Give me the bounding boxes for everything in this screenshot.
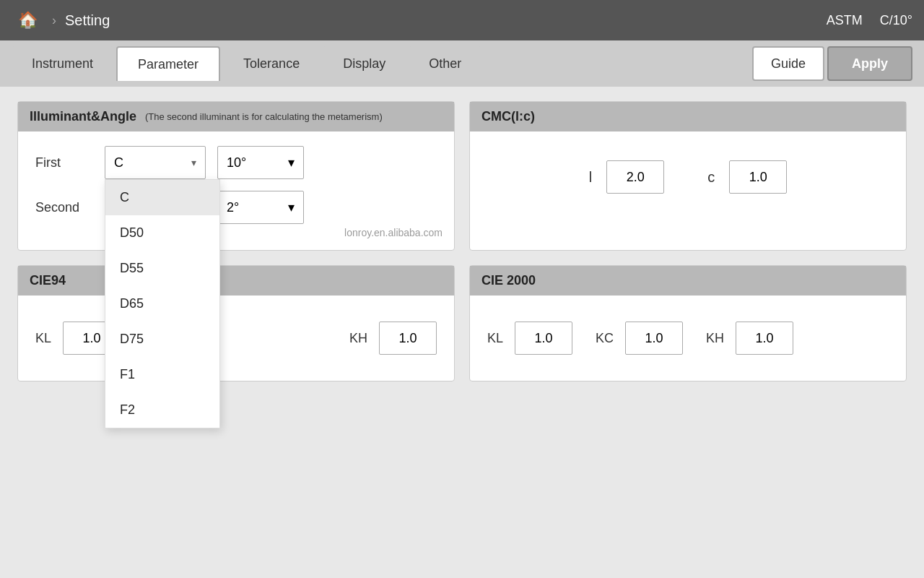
illuminant-title: Illuminant&Angle (30, 109, 136, 124)
chevron-down-icon-2: ▾ (288, 155, 295, 171)
second-angle-value: 2° (227, 200, 239, 215)
second-label: Second (35, 200, 93, 215)
dropdown-item-d65[interactable]: D65 (105, 286, 219, 322)
cmc-panel-body: l c (470, 131, 906, 223)
astm-label: ASTM (827, 13, 863, 28)
second-angle-wrapper: 2° ▾ (217, 191, 304, 224)
cie94-kh-input[interactable] (379, 322, 437, 355)
cmc-c-label: c (707, 169, 715, 186)
dropdown-item-d50[interactable]: D50 (105, 215, 219, 251)
illuminant-note: (The second illuminant is for calculatin… (145, 111, 383, 122)
cie2000-kh-label: KH (706, 331, 724, 346)
header: 🏠 › Setting ASTM C/10° (0, 0, 924, 40)
cie94-panel-header: CIE94 (18, 266, 454, 296)
home-icon: 🏠 (18, 11, 38, 30)
chevron-down-icon-3: ▾ (288, 199, 295, 215)
illuminant-panel-body: First C ▾ C D50 D55 D65 D75 F1 (18, 131, 454, 250)
cie2000-kh-input[interactable] (736, 322, 793, 355)
second-row: Second — ▾ 2° ▾ (35, 191, 437, 224)
illuminant-dropdown-menu: C D50 D55 D65 D75 F1 F2 (105, 179, 220, 428)
cie94-panel-body: KL KH (18, 296, 454, 381)
dropdown-item-d75[interactable]: D75 (105, 322, 219, 357)
tab-instrument[interactable]: Instrument (12, 46, 113, 81)
home-button[interactable]: 🏠 (12, 4, 43, 36)
cie2000-panel-header: CIE 2000 (470, 266, 906, 296)
cie2000-kl-label: KL (487, 331, 503, 346)
cmc-panel: CMC(l:c) l c (469, 101, 907, 251)
cie2000-kc-label: KC (596, 331, 614, 346)
illuminant-select-wrapper: C ▾ C D50 D55 D65 D75 F1 F2 (105, 146, 206, 179)
cie2000-panel: CIE 2000 KL KC KH (469, 265, 907, 381)
header-right: ASTM C/10° (827, 13, 912, 28)
second-angle-select[interactable]: 2° ▾ (217, 191, 304, 224)
apply-button[interactable]: Apply (827, 46, 912, 81)
cmc-row: l c (487, 146, 889, 208)
cie2000-title: CIE 2000 (481, 273, 536, 288)
tab-other[interactable]: Other (409, 46, 481, 81)
page-title: Setting (65, 12, 821, 29)
cie2000-kl-input[interactable] (515, 322, 572, 355)
cie94-panel: CIE94 KL KH (17, 265, 455, 381)
tab-display[interactable]: Display (323, 46, 406, 81)
mode-label: C/10° (880, 13, 912, 28)
first-row: First C ▾ C D50 D55 D65 D75 F1 (35, 146, 437, 179)
illuminant-panel: Illuminant&Angle (The second illuminant … (17, 101, 455, 251)
dropdown-item-f2[interactable]: F2 (105, 392, 219, 428)
cie94-kl-label: KL (35, 331, 51, 346)
cmc-c-input[interactable] (729, 160, 787, 194)
dropdown-item-d55[interactable]: D55 (105, 251, 219, 286)
first-angle-select[interactable]: 10° ▾ (217, 146, 304, 179)
illuminant-select[interactable]: C ▾ (105, 146, 206, 179)
first-angle-wrapper: 10° ▾ (217, 146, 304, 179)
cie2000-kc-input[interactable] (625, 322, 683, 355)
dropdown-item-c[interactable]: C (105, 180, 219, 215)
guide-button[interactable]: Guide (752, 46, 824, 81)
cie94-row: KL KH (35, 310, 437, 366)
cmc-l-label: l (589, 169, 592, 186)
cie94-title: CIE94 (30, 273, 66, 288)
tab-parameter[interactable]: Parameter (116, 46, 220, 81)
chevron-down-icon: ▾ (191, 157, 196, 168)
cmc-title: CMC(l:c) (481, 109, 535, 124)
cie2000-panel-body: KL KC KH (470, 296, 906, 381)
cmc-panel-header: CMC(l:c) (470, 102, 906, 131)
first-angle-value: 10° (227, 155, 246, 171)
illuminant-value: C (114, 155, 123, 171)
main-content: Illuminant&Angle (The second illuminant … (0, 87, 924, 396)
illuminant-panel-header: Illuminant&Angle (The second illuminant … (18, 102, 454, 131)
cie94-kh-label: KH (349, 331, 367, 346)
cmc-l-input[interactable] (606, 160, 664, 194)
tab-bar: Instrument Parameter Tolerance Display O… (0, 40, 924, 87)
first-label: First (35, 155, 93, 171)
cie2000-row: KL KC KH (487, 310, 889, 366)
tab-tolerance[interactable]: Tolerance (223, 46, 320, 81)
dropdown-item-f1[interactable]: F1 (105, 357, 219, 392)
breadcrumb-separator: › (52, 13, 56, 28)
